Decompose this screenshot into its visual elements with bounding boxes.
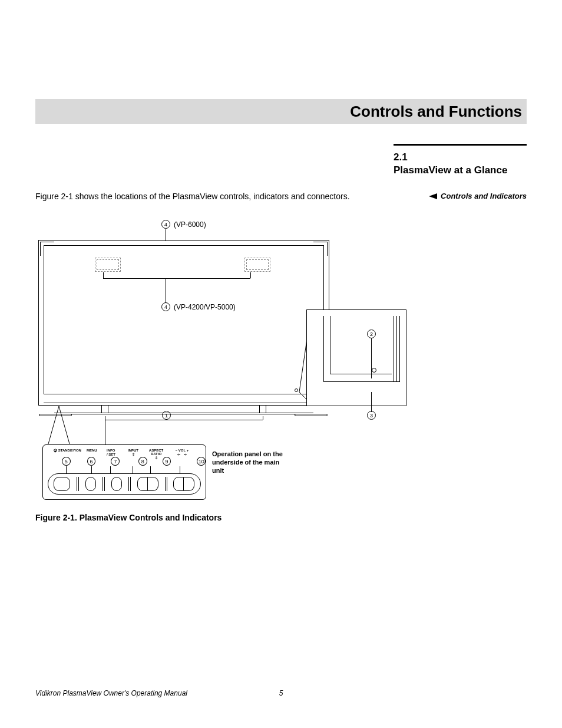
standby-button[interactable] <box>54 477 70 491</box>
callout-number-8: 8 <box>138 457 147 466</box>
leader-line <box>105 420 263 420</box>
callout-number-6: 6 <box>87 457 96 466</box>
up-arrow-icon: ⇧ <box>132 453 135 456</box>
handle-icon <box>244 258 270 272</box>
leader-line <box>166 278 166 303</box>
label-standby: STANDBY/ON <box>58 449 81 452</box>
operation-panel: ⏻ STANDBY/ON MENU INFO / SET INPUT⇧ ASPE… <box>42 444 206 500</box>
leader-line <box>110 466 111 473</box>
footer-page-number: 5 <box>279 689 283 697</box>
leader-line <box>371 338 372 378</box>
leader-line <box>180 466 180 473</box>
vol-up-button[interactable] <box>184 477 194 491</box>
leader-v <box>47 406 71 445</box>
leader-line <box>150 466 151 473</box>
leader-line <box>371 392 372 412</box>
figure-caption: Figure 2-1. PlasmaView Controls and Indi… <box>35 513 222 522</box>
callout-text-vp4200: (VP-4200/VP-5000) <box>174 303 236 311</box>
callout-number-10: 10 <box>197 457 206 466</box>
divider <box>165 477 167 491</box>
callout-4-vp6000: 4 (VP-6000) <box>161 220 206 229</box>
svg-line-4 <box>59 406 70 444</box>
panel-button-row <box>48 473 201 495</box>
menu-button[interactable] <box>85 477 96 491</box>
divider <box>103 477 105 491</box>
chapter-title: Controls and Functions <box>350 103 522 121</box>
svg-line-3 <box>48 406 59 444</box>
callout-number-3: 3 <box>367 411 376 420</box>
leader-line <box>250 272 251 278</box>
leader-line <box>103 278 250 279</box>
divider <box>77 477 79 491</box>
leader-line <box>105 416 105 444</box>
input-up-button[interactable] <box>137 477 148 491</box>
callout-2: 2 <box>367 330 376 338</box>
handle-icon <box>95 258 121 272</box>
leader-line <box>103 272 104 278</box>
right-arrow-icon: ⇨ <box>184 453 187 456</box>
info-set-button[interactable] <box>111 477 122 491</box>
intro-paragraph: Figure 2-1 shows the locations of the Pl… <box>35 192 350 201</box>
left-arrow-icon: ⇦ <box>177 453 180 456</box>
aspect-down-button[interactable] <box>148 477 158 491</box>
section-number: 2.1 <box>394 151 527 163</box>
chapter-header: Controls and Functions <box>35 99 527 124</box>
callout-text-vp6000: (VP-6000) <box>174 220 206 229</box>
margin-note: Controls and Indicators <box>429 192 527 200</box>
callout-number-4: 4 <box>161 220 170 229</box>
leader-line <box>166 229 166 241</box>
led-icon <box>372 368 376 373</box>
arrow-left-icon <box>429 193 437 199</box>
callout-4-vp4200: 4 (VP-4200/VP-5000) <box>161 302 236 311</box>
callout-number-9: 9 <box>163 457 171 466</box>
stand-leg <box>101 406 108 413</box>
vol-down-button[interactable] <box>173 477 184 491</box>
callout-number-7: 7 <box>111 457 120 466</box>
callout-number-4: 4 <box>161 302 170 311</box>
divider <box>128 477 131 491</box>
section-name: PlasmaView at a Glance <box>394 164 527 176</box>
callout-number-2: 2 <box>367 330 376 338</box>
leader-line <box>166 420 167 420</box>
callout-3: 3 <box>367 411 376 420</box>
leader-line <box>166 419 167 420</box>
page-footer: Vidikron PlasmaView Owner's Operating Ma… <box>35 689 527 697</box>
callout-1: 1 <box>162 411 171 420</box>
figure-2-1: 4 (VP-6000) 4 (VP-4200/VP-5000) <box>35 215 406 504</box>
stand-leg <box>259 406 266 413</box>
leader-line <box>133 466 133 473</box>
svg-marker-0 <box>429 193 437 199</box>
leader-line <box>66 466 67 473</box>
power-icon: ⏻ <box>54 449 57 452</box>
callout-number-5: 5 <box>62 457 71 466</box>
zoom-inset <box>306 309 406 406</box>
callout-number-1: 1 <box>162 411 171 420</box>
leader-line <box>91 466 92 473</box>
panel-callout-row: 5 6 7 8 9 10 <box>43 457 206 466</box>
margin-note-text: Controls and Indicators <box>441 192 527 200</box>
section-heading-block: 2.1 PlasmaView at a Glance <box>394 144 527 176</box>
leader-line <box>263 416 263 420</box>
panel-caption: Operation panel on the underside of the … <box>212 450 283 475</box>
